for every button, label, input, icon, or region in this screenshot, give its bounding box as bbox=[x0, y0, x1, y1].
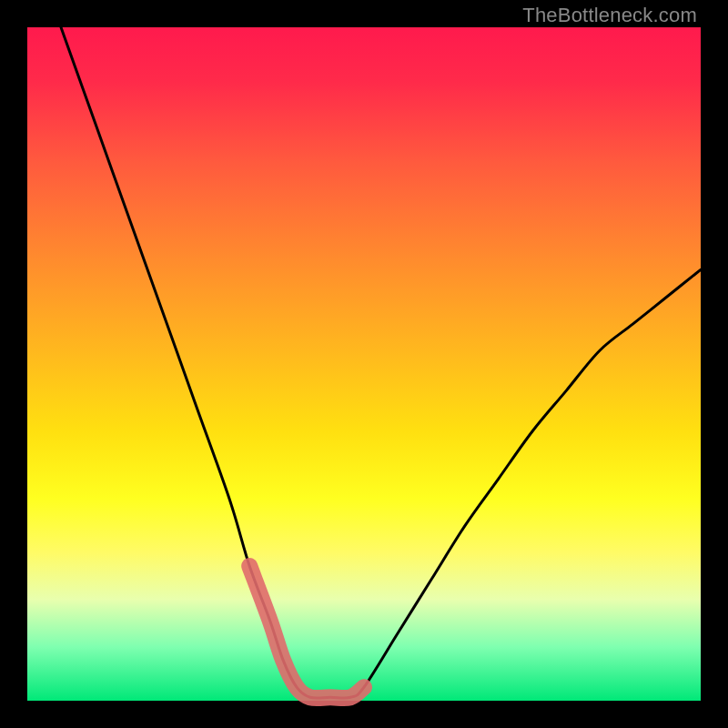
curve-layer bbox=[0, 0, 728, 728]
bottleneck-curve bbox=[61, 27, 701, 698]
chart-frame: TheBottleneck.com bbox=[0, 0, 728, 728]
watermark-text: TheBottleneck.com bbox=[522, 4, 697, 27]
optimal-band-curve bbox=[249, 566, 364, 698]
